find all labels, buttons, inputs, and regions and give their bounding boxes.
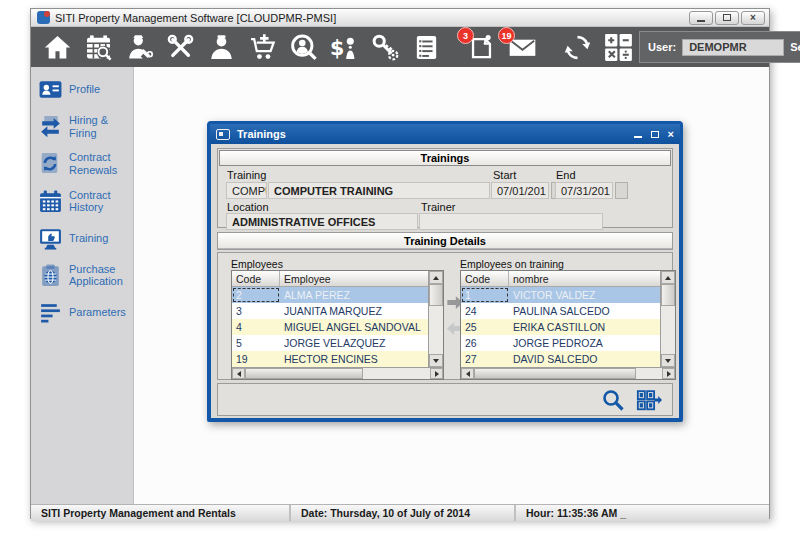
table-row[interactable]: 4 MIGUEL ANGEL SANDOVAL: [232, 319, 428, 335]
refresh-button[interactable]: [557, 29, 598, 65]
training-name-field[interactable]: COMPUTER TRAINING: [268, 182, 490, 199]
scroll-down-button[interactable]: [429, 354, 443, 367]
dialog-maximize-icon[interactable]: [651, 131, 659, 138]
app-icon: [37, 11, 50, 24]
cell-code[interactable]: 1: [461, 287, 509, 303]
dialog-title-bar[interactable]: Trainings ×: [210, 124, 680, 144]
cell-code[interactable]: 25: [461, 319, 509, 335]
cell-code[interactable]: 4: [232, 319, 280, 335]
minimize-button[interactable]: [689, 11, 713, 25]
table-row[interactable]: 1 VICTOR VALDEZ: [461, 287, 660, 303]
sidebar-item-parameters[interactable]: Parameters: [38, 300, 133, 325]
checklist-icon: [412, 33, 441, 62]
scroll-left-button[interactable]: [232, 368, 245, 379]
table-row[interactable]: 19 HECTOR ENCINES: [232, 351, 428, 367]
keys-gear-icon: [371, 33, 400, 62]
scroll-down-button[interactable]: [661, 354, 675, 367]
scrollbar-thumb[interactable]: [245, 368, 363, 379]
maximize-button[interactable]: [715, 11, 739, 25]
cell-code[interactable]: 26: [461, 335, 509, 351]
trainer-field[interactable]: [419, 213, 603, 230]
home-button[interactable]: [37, 29, 78, 65]
employee-button[interactable]: [201, 29, 242, 65]
column-header-code[interactable]: Code: [232, 271, 280, 286]
cell-code[interactable]: 2: [232, 287, 280, 303]
scrollbar-thumb[interactable]: [474, 368, 636, 379]
tools-button[interactable]: [160, 29, 201, 65]
column-header-employee[interactable]: Employee: [280, 271, 428, 286]
table-row[interactable]: 2 ALMA PEREZ: [232, 287, 428, 303]
start-date-field[interactable]: 07/01/201: [491, 182, 549, 199]
close-button[interactable]: ×: [741, 11, 765, 25]
dialog-close-icon[interactable]: ×: [668, 129, 674, 140]
calendar-search-icon: [84, 33, 113, 62]
vertical-scrollbar[interactable]: [660, 271, 675, 367]
cart-button[interactable]: [242, 29, 283, 65]
cell-employee[interactable]: HECTOR ENCINES: [280, 351, 428, 367]
person-search-button[interactable]: [283, 29, 324, 65]
column-header-code[interactable]: Code: [461, 271, 509, 286]
scroll-right-button[interactable]: [430, 368, 443, 379]
scroll-left-button[interactable]: [461, 368, 474, 379]
sidebar-item-purchase-application[interactable]: Purchase Application: [38, 263, 133, 288]
cell-code[interactable]: 24: [461, 303, 509, 319]
end-date-picker-button[interactable]: [615, 182, 628, 199]
swap-arrows-icon: [38, 114, 63, 139]
sidebar-item-hiring-firing[interactable]: Hiring & Firing: [38, 114, 133, 139]
vertical-scrollbar[interactable]: [428, 271, 443, 367]
cell-nombre[interactable]: JORGE PEDROZA: [509, 335, 660, 351]
location-label: Location: [227, 201, 269, 213]
cell-code[interactable]: 3: [232, 303, 280, 319]
cell-code[interactable]: 27: [461, 351, 509, 367]
close-icon: ×: [750, 13, 756, 23]
end-label: End: [556, 169, 576, 181]
status-app-name: SITI Property Management and Rentals: [31, 505, 289, 521]
checklist-button[interactable]: [406, 29, 447, 65]
table-row[interactable]: 27 DAVID SALCEDO: [461, 351, 660, 367]
column-header-nombre[interactable]: nombre: [509, 271, 660, 286]
scrollbar-thumb[interactable]: [661, 284, 675, 306]
notes-button[interactable]: 3: [461, 29, 502, 65]
calculator-button[interactable]: [598, 29, 639, 65]
table-row[interactable]: 25 ERIKA CASTILLON: [461, 319, 660, 335]
cell-nombre[interactable]: ERIKA CASTILLON: [509, 319, 660, 335]
sidebar-item-contract-history[interactable]: Contract History: [38, 189, 133, 214]
training-code-field[interactable]: COMPU: [226, 182, 267, 199]
scroll-right-button[interactable]: [662, 368, 675, 379]
payroll-button[interactable]: $: [324, 29, 365, 65]
cell-employee[interactable]: MIGUEL ANGEL SANDOVAL: [280, 319, 428, 335]
cell-employee[interactable]: ALMA PEREZ: [280, 287, 428, 303]
table-row[interactable]: 24 PAULINA SALCEDO: [461, 303, 660, 319]
maximize-icon: [723, 14, 731, 21]
calendar-search-button[interactable]: [78, 29, 119, 65]
mail-button[interactable]: 19: [502, 29, 543, 65]
cell-code[interactable]: 5: [232, 335, 280, 351]
sidebar-item-training[interactable]: Training: [38, 226, 133, 251]
location-field[interactable]: ADMINISTRATIVE OFFICES: [226, 213, 418, 230]
sidebar-item-profile[interactable]: Profile: [38, 77, 133, 102]
cell-nombre[interactable]: DAVID SALCEDO: [509, 351, 660, 367]
end-date-field[interactable]: 07/31/201: [555, 182, 613, 199]
dialog-minimize-icon[interactable]: [634, 136, 642, 138]
scroll-up-button[interactable]: [429, 271, 443, 284]
table-row[interactable]: 5 JORGE VELAZQUEZ: [232, 335, 428, 351]
cell-employee[interactable]: JUANITA MARQUEZ: [280, 303, 428, 319]
cell-nombre[interactable]: PAULINA SALCEDO: [509, 303, 660, 319]
user-field[interactable]: DEMOPMR: [682, 39, 784, 56]
title-bar[interactable]: SITI Property Management Software [CLOUD…: [31, 9, 769, 27]
worker-button[interactable]: [119, 29, 160, 65]
exit-icon[interactable]: [636, 388, 662, 412]
cell-employee[interactable]: JORGE VELAZQUEZ: [280, 335, 428, 351]
table-row[interactable]: 26 JORGE PEDROZA: [461, 335, 660, 351]
horizontal-scrollbar[interactable]: [232, 367, 443, 379]
cell-nombre[interactable]: VICTOR VALDEZ: [509, 287, 660, 303]
search-icon[interactable]: [600, 388, 626, 412]
table-row[interactable]: 3 JUANITA MARQUEZ: [232, 303, 428, 319]
sidebar-item-contract-renewals[interactable]: Contract Renewals: [38, 151, 133, 176]
scroll-up-button[interactable]: [661, 271, 675, 284]
cell-code[interactable]: 19: [232, 351, 280, 367]
scrollbar-thumb[interactable]: [429, 284, 443, 306]
status-bar: SITI Property Management and Rentals Dat…: [31, 504, 769, 521]
access-keys-button[interactable]: [365, 29, 406, 65]
horizontal-scrollbar[interactable]: [461, 367, 675, 379]
